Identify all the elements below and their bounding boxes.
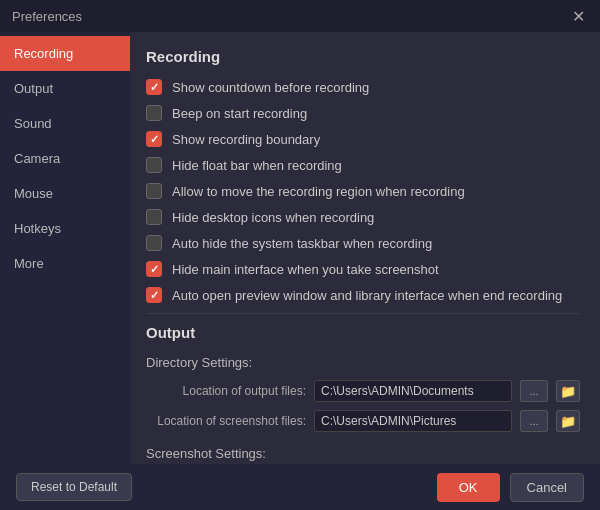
checkbox-row-maininterface: Hide main interface when you take screen… xyxy=(146,261,580,277)
checkbox-maininterface[interactable] xyxy=(146,261,162,277)
screenshot-files-row: Location of screenshot files: ... 📁 xyxy=(146,410,580,432)
checkbox-row-taskbar: Auto hide the system taskbar when record… xyxy=(146,235,580,251)
screenshot-files-browse-btn[interactable]: ... xyxy=(520,410,548,432)
footer: Reset to Default OK Cancel xyxy=(0,464,600,510)
sidebar-item-camera[interactable]: Camera xyxy=(0,141,130,176)
content-area: Recording Show countdown before recordin… xyxy=(130,32,600,464)
checkbox-maininterface-label: Hide main interface when you take screen… xyxy=(172,262,439,277)
screenshot-settings-title: Screenshot Settings: xyxy=(146,446,580,461)
output-files-row: Location of output files: ... 📁 xyxy=(146,380,580,402)
sidebar-item-sound[interactable]: Sound xyxy=(0,106,130,141)
screenshot-files-input[interactable] xyxy=(314,410,512,432)
divider xyxy=(146,313,580,314)
checkbox-moveregion-label: Allow to move the recording region when … xyxy=(172,184,465,199)
checkbox-autopreview-label: Auto open preview window and library int… xyxy=(172,288,562,303)
sidebar-item-mouse[interactable]: Mouse xyxy=(0,176,130,211)
checkbox-autopreview[interactable] xyxy=(146,287,162,303)
checkbox-taskbar-label: Auto hide the system taskbar when record… xyxy=(172,236,432,251)
screenshot-settings: Screenshot Settings: Screenshot format: … xyxy=(146,446,580,464)
checkbox-boundary[interactable] xyxy=(146,131,162,147)
checkbox-countdown[interactable] xyxy=(146,79,162,95)
output-section-title: Output xyxy=(146,324,580,341)
sidebar-item-output[interactable]: Output xyxy=(0,71,130,106)
close-button[interactable]: ✕ xyxy=(568,6,588,26)
checkbox-moveregion[interactable] xyxy=(146,183,162,199)
sidebar-item-recording[interactable]: Recording xyxy=(0,36,130,71)
output-files-input[interactable] xyxy=(314,380,512,402)
preferences-dialog: Preferences ✕ Recording Output Sound Cam… xyxy=(0,0,600,510)
cancel-button[interactable]: Cancel xyxy=(510,473,584,502)
checkbox-row-moveregion: Allow to move the recording region when … xyxy=(146,183,580,199)
reset-button[interactable]: Reset to Default xyxy=(16,473,132,501)
titlebar-title: Preferences xyxy=(12,9,82,24)
screenshot-files-label: Location of screenshot files: xyxy=(146,414,306,428)
output-section: Output Directory Settings: Location of o… xyxy=(146,324,580,464)
footer-right: OK Cancel xyxy=(437,473,584,502)
checkbox-row-beep: Beep on start recording xyxy=(146,105,580,121)
checkbox-beep-label: Beep on start recording xyxy=(172,106,307,121)
main-content: Recording Output Sound Camera Mouse Hotk… xyxy=(0,32,600,464)
checkbox-desktopicons-label: Hide desktop icons when recording xyxy=(172,210,374,225)
output-files-folder-btn[interactable]: 📁 xyxy=(556,380,580,402)
checkbox-countdown-label: Show countdown before recording xyxy=(172,80,369,95)
checkbox-row-desktopicons: Hide desktop icons when recording xyxy=(146,209,580,225)
screenshot-files-folder-btn[interactable]: 📁 xyxy=(556,410,580,432)
output-files-label: Location of output files: xyxy=(146,384,306,398)
directory-settings-title: Directory Settings: xyxy=(146,355,580,370)
checkbox-floatbar[interactable] xyxy=(146,157,162,173)
checkbox-row-boundary: Show recording boundary xyxy=(146,131,580,147)
ok-button[interactable]: OK xyxy=(437,473,500,502)
checkbox-row-autopreview: Auto open preview window and library int… xyxy=(146,287,580,303)
sidebar: Recording Output Sound Camera Mouse Hotk… xyxy=(0,32,130,464)
checkbox-floatbar-label: Hide float bar when recording xyxy=(172,158,342,173)
checkbox-desktopicons[interactable] xyxy=(146,209,162,225)
recording-section-title: Recording xyxy=(146,48,580,65)
titlebar: Preferences ✕ xyxy=(0,0,600,32)
output-files-browse-btn[interactable]: ... xyxy=(520,380,548,402)
checkbox-taskbar[interactable] xyxy=(146,235,162,251)
checkbox-beep[interactable] xyxy=(146,105,162,121)
checkbox-row-floatbar: Hide float bar when recording xyxy=(146,157,580,173)
checkbox-row-countdown: Show countdown before recording xyxy=(146,79,580,95)
checkbox-boundary-label: Show recording boundary xyxy=(172,132,320,147)
sidebar-item-hotkeys[interactable]: Hotkeys xyxy=(0,211,130,246)
sidebar-item-more[interactable]: More xyxy=(0,246,130,281)
